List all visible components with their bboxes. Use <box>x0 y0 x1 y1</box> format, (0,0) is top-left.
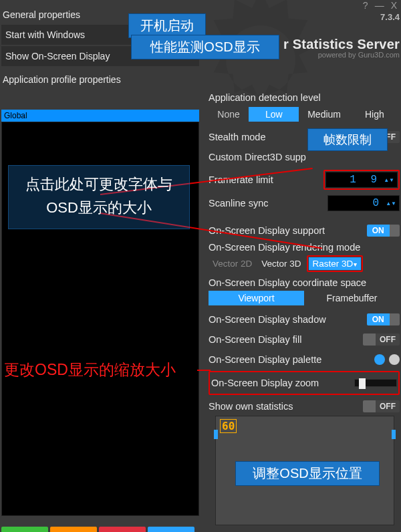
profile-global[interactable]: Global <box>1 110 199 122</box>
preview-right-handle[interactable] <box>392 430 396 439</box>
osd-shadow-toggle[interactable]: ON <box>367 313 400 325</box>
detection-level-label: Application detection level <box>209 92 400 103</box>
osd-fill-toggle[interactable]: OFF <box>363 334 400 346</box>
stepper-arrows-icon[interactable]: ▲▼ <box>386 201 396 206</box>
palette-swatches[interactable] <box>360 354 400 365</box>
osd-shadow-label: On-Screen Display shadow <box>209 314 367 325</box>
coord-framebuffer[interactable]: Framebuffer <box>304 291 400 305</box>
osd-palette-row: On-Screen Display palette <box>209 351 400 368</box>
tab-red[interactable] <box>99 527 146 532</box>
show-own-stats-label: Show own statistics <box>209 401 363 412</box>
osd-render-mode-selector[interactable]: Vector 2D Vector 3D Raster 3D▾ <box>209 255 400 272</box>
annotation-zoom-scale: 更改OSD显示的缩放大小 <box>4 360 176 380</box>
window-controls: ? — X <box>362 0 398 11</box>
application-profile-header: Application profile properties <box>1 70 199 89</box>
preview-fps: 60 <box>220 419 237 433</box>
stepper-arrows-icon[interactable]: ▲▼ <box>384 178 394 182</box>
osd-shadow-row: On-Screen Display shadow ON <box>209 311 400 328</box>
connector-line-3 <box>197 370 211 371</box>
show-own-stats-toggle[interactable]: OFF <box>363 400 400 412</box>
chevron-down-icon: ▾ <box>354 261 357 268</box>
annotation-position: 调整OSD显示位置 <box>235 461 380 486</box>
show-own-stats-row: Show own statistics OFF <box>209 398 400 415</box>
tab-orange[interactable] <box>50 527 97 532</box>
swatch-2[interactable] <box>374 354 385 365</box>
osd-zoom-slider[interactable] <box>354 379 397 387</box>
version-label: 7.3.4 <box>380 12 400 22</box>
framerate-limit-label: Framerate limit <box>209 174 323 185</box>
detection-none[interactable]: None <box>209 107 249 122</box>
minimize-button[interactable]: — <box>374 0 386 11</box>
detection-level-selector[interactable]: None Low Medium High <box>209 107 400 122</box>
left-panel: General properties Start with Windows Sh… <box>1 5 199 516</box>
coord-viewport[interactable]: Viewport <box>209 291 304 305</box>
mode-raster-3d[interactable]: Raster 3D▾ <box>309 257 362 270</box>
app-title: r Statistics Server <box>283 37 400 52</box>
annotation-font-size: 点击此处可更改字体与OSD显示的大小 <box>8 165 190 229</box>
detection-medium[interactable]: Medium <box>299 107 349 122</box>
osd-fill-label: On-Screen Display fill <box>209 334 363 345</box>
osd-zoom-label: On-Screen Display zoom <box>211 378 354 388</box>
detection-low[interactable]: Low <box>249 107 299 122</box>
swatch-3[interactable] <box>389 354 400 365</box>
scanline-sync-label: Scanline sync <box>209 198 327 209</box>
brand: r Statistics Server powered by Guru3D.co… <box>283 37 400 59</box>
close-button[interactable]: X <box>390 0 398 11</box>
annotation-osd-show: 性能监测OSD显示 <box>131 35 279 59</box>
framerate-limit-row: Framerate limit 1 9 ▲▼ <box>209 168 400 191</box>
detection-high[interactable]: High <box>350 107 400 122</box>
help-button[interactable]: ? <box>362 0 370 11</box>
coord-space-selector[interactable]: Viewport Framebuffer <box>209 291 400 305</box>
annotation-fps-limit: 帧数限制 <box>307 128 388 151</box>
framerate-limit-input[interactable]: 1 9 ▲▼ <box>325 172 398 188</box>
swatch-1[interactable] <box>360 354 370 365</box>
osd-palette-label: On-Screen Display palette <box>209 354 360 365</box>
osd-zoom-row: On-Screen Display zoom <box>211 374 397 392</box>
scanline-sync-row: Scanline sync 0 ▲▼ <box>209 194 400 213</box>
bottom-tabs <box>1 527 194 532</box>
osd-support-row: On-Screen Display support ON <box>209 222 400 239</box>
osd-support-toggle[interactable]: ON <box>367 225 400 237</box>
tab-green[interactable] <box>1 527 48 532</box>
coord-space-label: On-Screen Display coordinate space <box>209 277 400 288</box>
tab-blue[interactable] <box>148 527 194 532</box>
osd-fill-row: On-Screen Display fill OFF <box>209 331 400 348</box>
osd-render-mode-label: On-Screen Display rendering mode <box>209 242 400 253</box>
slider-thumb[interactable] <box>359 378 366 389</box>
mode-vector-3d[interactable]: Vector 3D <box>257 257 305 270</box>
custom-d3d-label: Custom Direct3D supp <box>209 152 400 162</box>
preview-left-handle[interactable] <box>214 430 218 439</box>
scanline-sync-input[interactable]: 0 ▲▼ <box>327 195 400 211</box>
mode-vector-2d[interactable]: Vector 2D <box>209 257 256 270</box>
